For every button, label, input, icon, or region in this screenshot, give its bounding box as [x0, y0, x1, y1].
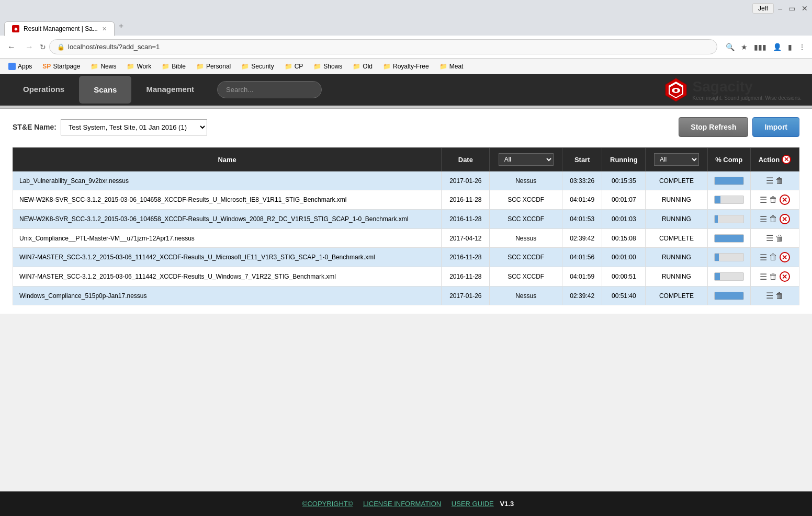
list-icon[interactable]: ☰	[766, 291, 773, 301]
bookmark-bible-label: Bible	[172, 63, 186, 70]
license-link[interactable]: LICENSE INFORMATION	[363, 500, 441, 508]
table-row: NEW-W2K8-SVR_SCC-3.1.2_2015-03-06_104658…	[13, 190, 799, 210]
bookmark-icon[interactable]: ★	[739, 41, 750, 53]
bookmark-royalty-free[interactable]: 📁 Royalty-Free	[379, 61, 433, 72]
tab-close-button[interactable]: ✕	[102, 26, 107, 32]
refresh-button[interactable]: ↻	[40, 43, 46, 51]
title-bar: Jeff – ▭ ✕	[0, 0, 812, 17]
trash-icon[interactable]: 🗑	[769, 272, 777, 281]
back-button[interactable]: ←	[4, 40, 19, 54]
maximize-button[interactable]: ▭	[788, 4, 795, 13]
cell-name: WIN7-MASTER_SCC-3.1.2_2015-03-06_111442_…	[13, 267, 442, 286]
bookmark-startpage[interactable]: SP Startpage	[38, 61, 84, 72]
bookmark-shows-label: Shows	[323, 63, 342, 70]
news-folder-icon: 📁	[91, 63, 98, 70]
bookmark-personal[interactable]: 📁 Personal	[192, 61, 235, 72]
ste-select[interactable]: Test System, Test Site, 01 Jan 2016 (1)	[61, 119, 207, 135]
close-button[interactable]: ✕	[802, 4, 808, 13]
cancel-icon[interactable]: ✕	[780, 252, 790, 262]
list-icon[interactable]: ☰	[766, 233, 773, 243]
action-icons-group: ☰🗑✕	[757, 271, 793, 282]
bookmark-apps[interactable]: Apps	[4, 61, 36, 72]
cell-progress	[707, 229, 750, 248]
search-icon[interactable]: 🔍	[724, 41, 737, 53]
progress-bar-container	[714, 292, 744, 300]
cell-action: ☰🗑✕	[750, 210, 799, 229]
cancel-icon[interactable]: ✕	[780, 214, 790, 224]
action-icons-group: ☰🗑	[757, 233, 793, 243]
trash-icon[interactable]: 🗑	[775, 234, 784, 243]
nav-tab-management[interactable]: Management	[131, 75, 209, 105]
bookmark-old-label: Old	[363, 63, 373, 70]
progress-bar-fill	[715, 254, 719, 261]
list-icon[interactable]: ☰	[760, 195, 767, 205]
list-icon[interactable]: ☰	[760, 253, 767, 262]
cell-running: 00:01:00	[602, 248, 646, 267]
bible-folder-icon: 📁	[162, 63, 170, 70]
cell-action: ☰🗑	[750, 171, 799, 190]
url-text: localhost/results/?add_scan=1	[68, 43, 709, 51]
cell-running: 00:51:40	[602, 286, 646, 305]
bookmark-personal-label: Personal	[206, 63, 231, 70]
import-button[interactable]: Import	[752, 117, 799, 137]
window-controls: – ▭ ✕	[778, 4, 808, 13]
tab-favicon: ◆	[12, 25, 19, 32]
extensions-icon[interactable]: ▮▮▮	[752, 41, 769, 53]
bookmark-cp[interactable]: 📁 CP	[280, 61, 308, 72]
table-row: WIN7-MASTER_SCC-3.1.2_2015-03-06_111442_…	[13, 267, 799, 286]
cell-date: 2016-11-28	[442, 267, 490, 286]
stop-refresh-button[interactable]: Stop Refresh	[679, 117, 748, 137]
cell-start: 02:39:42	[562, 229, 602, 248]
cell-progress	[707, 267, 750, 286]
user-label: Jeff	[752, 3, 774, 14]
cell-scanner-type: SCC XCCDF	[490, 210, 562, 229]
cell-name: WIN7-MASTER_SCC-3.1.2_2015-03-06_111442_…	[13, 248, 442, 267]
running-filter-select[interactable]: All Running Complete	[654, 153, 699, 166]
old-folder-icon: 📁	[353, 63, 360, 70]
cast-icon[interactable]: ▮	[786, 41, 794, 53]
cell-scanner-type: Nessus	[490, 171, 562, 190]
cell-start: 02:39:42	[562, 286, 602, 305]
list-icon[interactable]: ☰	[766, 176, 773, 186]
cell-running: 00:01:07	[602, 190, 646, 210]
trash-icon[interactable]: 🗑	[769, 195, 777, 204]
th-running-filter: All Running Complete	[646, 148, 707, 171]
nav-tab-scans[interactable]: Scans	[79, 76, 131, 104]
table-row: NEW-W2K8-SVR_SCC-3.1.2_2015-03-06_104658…	[13, 210, 799, 229]
list-icon[interactable]: ☰	[760, 214, 767, 224]
bookmark-work[interactable]: 📁 Work	[122, 61, 155, 72]
table-row: Unix_Compliance__PTL-Master-VM__u71jzm-1…	[13, 229, 799, 248]
search-input[interactable]	[217, 81, 322, 98]
list-icon[interactable]: ☰	[760, 272, 767, 282]
user-guide-link[interactable]: USER GUIDE	[452, 500, 494, 508]
cell-status: RUNNING	[646, 190, 707, 210]
bookmark-news[interactable]: 📁 News	[86, 61, 120, 72]
bookmark-shows[interactable]: 📁 Shows	[309, 61, 346, 72]
start-filter-select[interactable]: All Nessus SCC XCCDF	[499, 153, 554, 166]
copyright-link[interactable]: ©COPYRIGHT©	[302, 500, 353, 508]
forward-button[interactable]: →	[22, 40, 37, 54]
bookmark-royalty-free-label: Royalty-Free	[393, 63, 429, 70]
action-icons-group: ☰🗑✕	[757, 194, 793, 205]
user-profile-icon[interactable]: 👤	[771, 41, 784, 53]
trash-icon[interactable]: 🗑	[769, 214, 777, 224]
cancel-icon[interactable]: ✕	[780, 271, 790, 282]
bookmark-meat[interactable]: 📁 Meat	[435, 61, 468, 72]
trash-icon[interactable]: 🗑	[769, 253, 777, 262]
url-bar[interactable]: 🔒 localhost/results/?add_scan=1	[49, 39, 717, 54]
bookmark-old[interactable]: 📁 Old	[348, 61, 377, 72]
trash-icon[interactable]: 🗑	[775, 176, 784, 186]
active-tab[interactable]: ◆ Result Management | Sa... ✕	[4, 21, 115, 36]
menu-icon[interactable]: ⋮	[796, 41, 808, 53]
trash-icon[interactable]: 🗑	[775, 291, 784, 301]
personal-folder-icon: 📁	[196, 63, 204, 70]
cancel-icon[interactable]: ✕	[780, 194, 790, 205]
nav-tab-operations[interactable]: Operations	[8, 75, 79, 105]
minimize-button[interactable]: –	[778, 4, 782, 13]
logo-tagline: Keen insight. Sound judgment. Wise decis…	[693, 95, 802, 101]
bookmark-bible[interactable]: 📁 Bible	[157, 61, 190, 72]
cell-status: RUNNING	[646, 210, 707, 229]
cp-folder-icon: 📁	[285, 63, 292, 70]
bookmark-security[interactable]: 📁 Security	[237, 61, 278, 72]
new-tab-button[interactable]: +	[115, 19, 128, 33]
